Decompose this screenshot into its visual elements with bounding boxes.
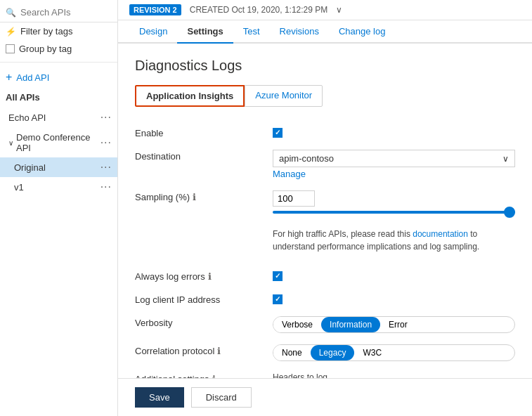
log-ip-row: Log client IP address: [135, 287, 515, 311]
additional-settings-row: Additional settings ℹ Headers to log Num…: [135, 367, 515, 378]
log-ip-label: Log client IP address: [135, 293, 261, 305]
sampling-input[interactable]: [273, 190, 315, 207]
group-label: Group by tag: [19, 44, 72, 54]
sub-tab-azure-monitor[interactable]: Azure Monitor: [245, 85, 323, 107]
always-log-control: [273, 270, 515, 281]
tab-design[interactable]: Design: [129, 20, 177, 44]
verbosity-verbose[interactable]: Verbose: [273, 317, 321, 332]
all-apis-title: All APIs: [0, 88, 117, 107]
filter-label: Filter by tags: [20, 26, 72, 37]
sampling-control: [273, 190, 515, 214]
sampling-info-icon: ℹ: [193, 192, 196, 202]
verbosity-error[interactable]: Error: [380, 317, 416, 332]
v1-menu-icon[interactable]: ···: [100, 181, 112, 193]
sidebar-item-echo-api[interactable]: Echo API ···: [0, 107, 117, 128]
search-bar[interactable]: [0, 3, 117, 22]
always-log-label: Always log errors ℹ: [135, 270, 261, 282]
enable-row: Enable: [135, 121, 515, 144]
enable-label: Enable: [135, 126, 261, 138]
tab-change-log[interactable]: Change log: [329, 20, 396, 44]
group-checkbox[interactable]: [6, 44, 15, 53]
page-title: Diagnostics Logs: [135, 58, 515, 74]
search-input[interactable]: [20, 7, 112, 18]
chevron-down-icon: ∨: [8, 139, 13, 147]
sub-tabs: Application Insights Azure Monitor: [135, 85, 515, 107]
sidebar-item-original[interactable]: Original ···: [0, 157, 117, 177]
add-api-label: Add API: [16, 72, 49, 83]
sidebar-item-v1[interactable]: v1 ···: [0, 177, 117, 197]
verbosity-label: Verbosity: [135, 316, 261, 328]
always-log-row: Always log errors ℹ: [135, 264, 515, 287]
echo-api-menu-icon[interactable]: ···: [100, 111, 112, 124]
sidebar-item-demo-conference-api[interactable]: ∨ Demo Conference API ···: [0, 128, 117, 157]
dropdown-chevron-icon: ∨: [502, 154, 509, 164]
correlation-label: Correlation protocol ℹ: [135, 344, 261, 356]
plus-icon: [6, 71, 12, 84]
content-area: Diagnostics Logs Application Insights Az…: [118, 44, 532, 378]
tab-revisions[interactable]: Revisions: [270, 20, 329, 44]
tab-test[interactable]: Test: [233, 20, 270, 44]
correlation-w3c[interactable]: W3C: [354, 345, 390, 360]
revision-badge: REVISION 2: [129, 4, 181, 15]
discard-button[interactable]: Discard: [191, 387, 252, 408]
tab-settings[interactable]: Settings: [177, 20, 233, 44]
destination-label: Destination: [135, 150, 261, 162]
sampling-slider-container: [273, 211, 515, 214]
info-text-control: For high traffic APIs, please read this …: [273, 225, 515, 259]
verbosity-information[interactable]: Information: [321, 317, 380, 332]
demo-api-menu-icon[interactable]: ···: [100, 136, 112, 149]
sub-tab-application-insights[interactable]: Application Insights: [135, 85, 245, 107]
search-icon: [6, 7, 16, 18]
always-log-info-icon: ℹ: [208, 271, 212, 282]
additional-label: Additional settings ℹ: [135, 372, 261, 378]
add-api-button[interactable]: Add API: [0, 67, 117, 88]
demo-conference-label: Demo Conference API: [16, 132, 100, 153]
info-text-row: For high traffic APIs, please read this …: [135, 219, 515, 264]
correlation-none[interactable]: None: [273, 345, 311, 360]
topbar: REVISION 2 CREATED Oct 19, 2020, 1:12:29…: [118, 0, 532, 20]
verbosity-control: Verbose Information Error: [273, 316, 515, 333]
main-content: REVISION 2 CREATED Oct 19, 2020, 1:12:29…: [118, 0, 532, 416]
destination-row: Destination apim-contoso ∨ Manage: [135, 144, 515, 185]
sidebar: ⚡ Filter by tags Group by tag Add API Al…: [0, 0, 118, 416]
documentation-link[interactable]: documentation: [413, 229, 468, 239]
sampling-row: Sampling (%) ℹ: [135, 185, 515, 219]
group-by-tag[interactable]: Group by tag: [0, 40, 117, 58]
destination-control: apim-contoso ∨ Manage: [273, 150, 515, 179]
log-ip-checkbox[interactable]: [273, 294, 283, 304]
v1-label: v1: [14, 182, 24, 193]
nav-tabs: Design Settings Test Revisions Change lo…: [118, 20, 532, 44]
correlation-info-icon: ℹ: [217, 346, 221, 356]
filter-icon: ⚡: [6, 27, 16, 37]
created-text: CREATED Oct 19, 2020, 1:12:29 PM: [190, 5, 328, 15]
always-log-checkbox[interactable]: [273, 271, 283, 281]
info-spacer: [135, 225, 261, 226]
manage-link[interactable]: Manage: [273, 169, 515, 179]
log-ip-control: [273, 293, 515, 304]
correlation-legacy[interactable]: Legacy: [311, 345, 355, 360]
destination-dropdown[interactable]: apim-contoso ∨: [273, 150, 515, 167]
additional-control: Headers to log Number of payload bytes t…: [273, 372, 515, 378]
correlation-control: None Legacy W3C: [273, 344, 515, 361]
revision-chevron-icon[interactable]: ∨: [336, 5, 342, 15]
original-label: Original: [14, 162, 46, 173]
correlation-group: None Legacy W3C: [273, 344, 515, 361]
sampling-label: Sampling (%) ℹ: [135, 190, 261, 202]
verbosity-group: Verbose Information Error: [273, 316, 515, 333]
diagnostics-form: Enable Destination apim-contoso ∨ Manage: [135, 121, 515, 378]
enable-control: [273, 126, 515, 138]
bottom-bar: Save Discard: [118, 378, 532, 416]
filter-by-tags[interactable]: ⚡ Filter by tags: [0, 22, 117, 40]
sampling-slider-track[interactable]: [273, 211, 515, 214]
echo-api-label: Echo API: [8, 112, 46, 123]
sampling-slider-thumb[interactable]: [504, 207, 515, 218]
destination-value: apim-contoso: [279, 153, 334, 164]
info-text: For high traffic APIs, please read this …: [273, 225, 515, 259]
correlation-row: Correlation protocol ℹ None Legacy W3C: [135, 339, 515, 367]
enable-checkbox[interactable]: [273, 128, 283, 138]
verbosity-row: Verbosity Verbose Information Error: [135, 311, 515, 339]
headers-label: Headers to log: [273, 372, 515, 378]
original-menu-icon[interactable]: ···: [100, 161, 112, 174]
save-button[interactable]: Save: [135, 387, 184, 408]
